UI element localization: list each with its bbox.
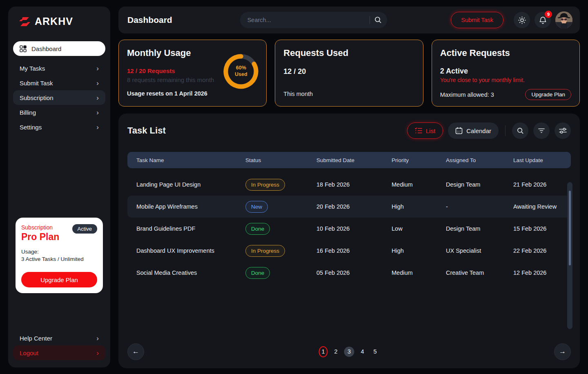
submitted-date: 10 Feb 2026 bbox=[316, 225, 392, 232]
search-input[interactable] bbox=[247, 17, 370, 23]
assigned-to: Creative Team bbox=[446, 269, 513, 276]
page-number-1[interactable]: 1 bbox=[319, 346, 328, 357]
sidebar-item-submit-task[interactable]: Submit Task › bbox=[13, 76, 105, 90]
upgrade-plan-button[interactable]: Upgrade Plan bbox=[525, 89, 571, 100]
priority: High bbox=[392, 203, 446, 210]
subscription-usage-label: Usage: bbox=[21, 248, 97, 256]
sidebar: ARKHV Dashboard My Tasks › Submit Task ›… bbox=[8, 7, 110, 367]
previous-page-button[interactable]: ← bbox=[127, 343, 144, 360]
status-badge: Done bbox=[245, 223, 270, 235]
chevron-right-icon: › bbox=[96, 80, 99, 87]
chevron-right-icon: › bbox=[96, 124, 99, 131]
active-requests-max: Maximum allowed: 3 bbox=[440, 91, 494, 98]
chevron-right-icon: › bbox=[96, 94, 99, 101]
card-title: Active Requests bbox=[440, 48, 571, 58]
sidebar-item-label: My Tasks bbox=[20, 65, 45, 72]
status-badge: In Progress bbox=[245, 245, 285, 257]
column-header: Status bbox=[245, 157, 316, 163]
view-calendar-button[interactable]: Calendar bbox=[448, 122, 499, 139]
subscription-plan-name: Pro Plan bbox=[21, 232, 59, 243]
sliders-icon bbox=[559, 127, 567, 134]
sidebar-item-label: Settings bbox=[20, 124, 42, 131]
last-update: 22 Feb 2026 bbox=[513, 247, 571, 254]
last-update: 21 Feb 2026 bbox=[513, 181, 571, 188]
requests-used-card: Requests Used 12 / 20 This month bbox=[275, 40, 423, 107]
notifications-button[interactable]: 9 bbox=[535, 12, 551, 28]
chevron-right-icon: › bbox=[96, 335, 99, 342]
sidebar-item-subscription[interactable]: Subscription › bbox=[13, 90, 105, 105]
active-requests-warning: You're close to your monthly limit. bbox=[440, 77, 571, 83]
user-avatar[interactable] bbox=[555, 11, 572, 29]
topbar: Dashboard Submit Task bbox=[118, 7, 580, 33]
submitted-date: 05 Feb 2026 bbox=[316, 269, 392, 276]
task-name: Brand Guidelines PDF bbox=[136, 225, 245, 232]
submitted-date: 18 Feb 2026 bbox=[316, 181, 392, 188]
dashboard-grid-icon bbox=[20, 45, 27, 52]
controls-divider bbox=[505, 125, 506, 136]
upgrade-plan-button[interactable]: Upgrade Plan bbox=[21, 272, 97, 287]
view-list-button[interactable]: List bbox=[407, 122, 443, 139]
search-icon[interactable] bbox=[374, 16, 382, 24]
table-row[interactable]: Landing Page UI Design In Progress 18 Fe… bbox=[127, 174, 571, 196]
brand-logo-icon bbox=[18, 16, 31, 27]
stat-cards: Monthly Usage 12 / 20 Requests 8 request… bbox=[118, 40, 580, 107]
scrollbar-thumb[interactable] bbox=[569, 191, 571, 265]
sidebar-item-label: Logout bbox=[20, 350, 38, 356]
arrow-right-icon: → bbox=[559, 347, 566, 356]
table-search-button[interactable] bbox=[512, 122, 528, 139]
page-number-5[interactable]: 5 bbox=[371, 346, 380, 357]
sidebar-item-billing[interactable]: Billing › bbox=[13, 105, 105, 120]
monthly-usage-card: Monthly Usage 12 / 20 Requests 8 request… bbox=[118, 40, 267, 107]
assigned-to: Design Team bbox=[446, 181, 513, 188]
search-divider bbox=[370, 16, 370, 24]
settings-sliders-button[interactable] bbox=[555, 122, 571, 139]
submit-task-button[interactable]: Submit Task bbox=[451, 12, 503, 28]
arrow-left-icon: ← bbox=[132, 347, 139, 356]
priority: Low bbox=[392, 225, 446, 232]
table-row[interactable]: Brand Guidelines PDF Done 10 Feb 2026 Lo… bbox=[127, 218, 571, 240]
requests-used-caption: This month bbox=[283, 91, 414, 97]
brand-name: ARKHV bbox=[35, 16, 73, 27]
priority: High bbox=[392, 247, 446, 254]
page-numbers: 1 2 3 4 5 bbox=[319, 346, 380, 357]
sidebar-item-dashboard[interactable]: Dashboard bbox=[13, 41, 105, 56]
calendar-icon bbox=[455, 127, 463, 134]
table-row[interactable]: Mobile App Wireframes New 20 Feb 2026 Hi… bbox=[127, 196, 571, 218]
sun-icon bbox=[518, 16, 526, 24]
table-row[interactable]: Social Media Creatives Done 05 Feb 2026 … bbox=[127, 262, 571, 284]
search-bar[interactable] bbox=[240, 12, 387, 28]
filter-icon bbox=[538, 128, 545, 134]
task-list-panel: Task List List bbox=[118, 114, 580, 368]
priority: Medium bbox=[392, 269, 446, 276]
sidebar-item-logout[interactable]: Logout › bbox=[13, 345, 105, 360]
sidebar-item-help-center[interactable]: Help Center › bbox=[13, 331, 105, 345]
page-number-4[interactable]: 4 bbox=[358, 346, 367, 357]
page-number-3[interactable]: 3 bbox=[344, 347, 354, 357]
sidebar-footer: Help Center › Logout › bbox=[13, 331, 105, 360]
active-requests-value: 2 Active bbox=[440, 67, 571, 76]
table-row[interactable]: Dashboard UX Improvements In Progress 16… bbox=[127, 240, 571, 262]
chevron-right-icon: › bbox=[96, 350, 99, 356]
column-header: Last Update bbox=[513, 157, 571, 163]
task-list-title: Task List bbox=[127, 125, 166, 136]
task-name: Mobile App Wireframes bbox=[136, 203, 245, 210]
submitted-date: 16 Feb 2026 bbox=[316, 247, 392, 254]
theme-toggle-button[interactable] bbox=[514, 12, 530, 28]
table-scrollbar[interactable] bbox=[567, 182, 572, 329]
chevron-right-icon: › bbox=[96, 65, 99, 72]
task-name: Social Media Creatives bbox=[136, 269, 245, 276]
usage-donut-label: 60% Used bbox=[223, 53, 259, 89]
topbar-actions: Submit Task 9 bbox=[451, 11, 572, 29]
table-header: Task Name Status Submitted Date Priority… bbox=[127, 152, 571, 168]
sidebar-item-label: Submit Task bbox=[20, 80, 53, 87]
notification-count-badge: 9 bbox=[545, 11, 552, 18]
sidebar-item-my-tasks[interactable]: My Tasks › bbox=[13, 61, 105, 76]
last-update: 12 Feb 2026 bbox=[513, 269, 571, 276]
filter-button[interactable] bbox=[533, 122, 550, 139]
sidebar-item-settings[interactable]: Settings › bbox=[13, 120, 105, 134]
column-header: Submitted Date bbox=[316, 157, 392, 163]
next-page-button[interactable]: → bbox=[554, 343, 571, 360]
page-number-2[interactable]: 2 bbox=[332, 346, 341, 357]
sidebar-item-label: Billing bbox=[20, 109, 36, 116]
assigned-to: UX Specialist bbox=[446, 247, 513, 254]
